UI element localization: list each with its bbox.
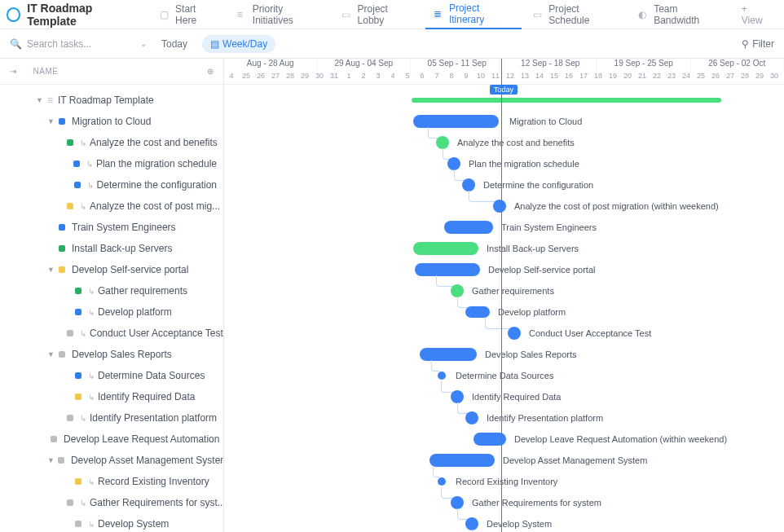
task-label: Identify Presentation platform	[90, 412, 217, 424]
today-button[interactable]: Today	[155, 35, 194, 53]
milestone-dot[interactable]	[447, 157, 460, 170]
gantt-row[interactable]: Gather requirements	[224, 280, 784, 301]
summary-bar[interactable]	[412, 98, 721, 103]
task-bar[interactable]	[413, 242, 478, 255]
task-row[interactable]: ▼Develop Self-service portal	[0, 259, 223, 280]
task-row[interactable]: ↳Record Existing Inventory	[0, 471, 223, 492]
task-row[interactable]: Install Back-up Servers	[0, 238, 223, 259]
day-label: 1	[341, 72, 356, 85]
milestone-dot[interactable]	[465, 517, 478, 530]
tab-schedule[interactable]: ▭Project Schedule	[525, 0, 627, 29]
task-row[interactable]: ↳Gather Requirements for syst...	[0, 492, 223, 513]
task-row[interactable]: ▼Develop Sales Reports	[0, 344, 223, 365]
add-column-icon[interactable]: ⊕	[207, 67, 214, 76]
gantt-row[interactable]: Plan the migration schedule	[224, 153, 784, 174]
gantt-row[interactable]: Develop Self-service portal	[224, 259, 784, 280]
subtask-icon: ↳	[88, 477, 95, 486]
search-input[interactable]: 🔍 Search tasks...	[10, 38, 132, 50]
milestone-dot[interactable]	[465, 411, 478, 424]
task-row[interactable]: Develop Leave Request Automation	[0, 429, 223, 450]
task-bar[interactable]	[415, 263, 480, 276]
gantt-row[interactable]: Analyze the cost of post migration (with…	[224, 196, 784, 217]
task-row[interactable]: ▼Develop Asset Management System	[0, 450, 223, 471]
caret-icon[interactable]: ▼	[47, 117, 55, 125]
task-label: Analyze the cost of post mig...	[90, 200, 220, 212]
gantt-row[interactable]: Determine the configuration	[224, 174, 784, 196]
caret-icon[interactable]: ▼	[36, 96, 44, 104]
task-row[interactable]: ↳Analyze the cost of post mig...	[0, 196, 223, 217]
tab-priority[interactable]: ≡Priority Initiatives	[229, 0, 331, 29]
gantt-row[interactable]: Develop Leave Request Automation (within…	[224, 429, 784, 450]
task-row[interactable]: ↳Develop System	[0, 513, 223, 532]
day-label: 26	[708, 72, 723, 85]
caret-icon[interactable]: ▼	[47, 456, 55, 464]
tab-bandwidth[interactable]: ◐Team Bandwidth	[630, 0, 730, 29]
milestone-dot[interactable]	[438, 477, 446, 486]
task-row[interactable]: ↳Identify Presentation platform	[0, 407, 223, 429]
gantt-row[interactable]: Conduct User Acceptance Test	[224, 323, 784, 344]
gantt-row[interactable]: Develop Sales Reports	[224, 344, 784, 365]
gantt-task-label: Train System Engineers	[501, 222, 597, 232]
subtask-icon: ↳	[87, 181, 94, 190]
gantt-row[interactable]: Record Existing Inventory	[224, 471, 784, 492]
task-row[interactable]: ↳Determine Data Sources	[0, 365, 223, 386]
week-label: 05 Sep - 11 Sep	[411, 59, 504, 72]
subtask-icon: ↳	[80, 202, 86, 211]
gantt-row[interactable]: Develop Asset Management System	[224, 450, 784, 471]
gantt-row[interactable]: Identify Required Data	[224, 386, 784, 407]
task-bar[interactable]	[413, 115, 499, 128]
milestone-dot[interactable]	[436, 136, 449, 149]
gantt-task-label: Develop Sales Reports	[485, 350, 577, 359]
task-bar[interactable]	[465, 306, 490, 318]
weekday-toggle[interactable]: ▤Week/Day	[202, 35, 275, 53]
milestone-dot[interactable]	[438, 372, 446, 380]
tab-itinerary[interactable]: ≣Project Itinerary	[425, 0, 522, 29]
task-bar[interactable]	[444, 221, 493, 234]
task-row[interactable]: ↳Develop platform	[0, 301, 223, 323]
task-bar[interactable]	[429, 454, 495, 467]
task-row[interactable]: ↳Gather requirements	[0, 280, 223, 301]
subtask-icon: ↳	[88, 393, 95, 402]
task-row[interactable]: ↳Analyze the cost and benefits	[0, 132, 223, 153]
task-row[interactable]: ↳Plan the migration schedule	[0, 153, 223, 174]
task-bar[interactable]	[420, 348, 477, 361]
milestone-dot[interactable]	[451, 390, 464, 403]
milestone-dot[interactable]	[508, 327, 521, 340]
task-row[interactable]: ↳Identify Required Data	[0, 386, 223, 407]
day-label: 9	[459, 72, 473, 85]
gantt-row[interactable]: Determine Data Sources	[224, 365, 784, 386]
day-label: 17	[576, 72, 591, 85]
gantt-row[interactable]: Migration to Cloud	[224, 111, 784, 132]
task-row[interactable]: ↳Conduct User Acceptance Test	[0, 323, 223, 344]
indent-icon[interactable]: ⇥	[10, 67, 17, 76]
chevron-down-icon[interactable]: ⌄	[140, 39, 147, 48]
dependency-line	[454, 169, 464, 181]
add-view-button[interactable]: + View	[733, 0, 777, 29]
status-dot	[67, 330, 73, 336]
task-row[interactable]: ↳Determine the configuration	[0, 174, 223, 196]
gantt-row[interactable]: Train System Engineers	[224, 217, 784, 238]
day-label: 20	[620, 72, 635, 85]
gantt-row[interactable]: Gather Requirements for system	[224, 492, 784, 513]
gantt-task-label: Determine Data Sources	[456, 371, 553, 380]
gantt-task-label: Conduct User Acceptance Test	[529, 328, 651, 338]
task-row[interactable]: Train System Engineers	[0, 217, 223, 238]
task-row[interactable]: ▼≡IT Roadmap Template	[0, 90, 223, 111]
milestone-dot[interactable]	[451, 496, 464, 509]
gantt-row[interactable]: Develop System	[224, 513, 784, 532]
milestone-dot[interactable]	[493, 200, 506, 213]
milestone-dot[interactable]	[462, 178, 475, 191]
tab-start-here[interactable]: ▢Start Here	[152, 0, 226, 29]
gantt-row[interactable]: Analyze the cost and benefits	[224, 132, 784, 153]
topbar: IT Roadmap Template ▢Start Here ≡Priorit…	[0, 0, 784, 29]
milestone-dot[interactable]	[451, 284, 464, 297]
gantt-task-label: Gather requirements	[472, 286, 554, 296]
gantt-row[interactable]: Identify Presentation platform	[224, 407, 784, 429]
caret-icon[interactable]: ▼	[47, 266, 55, 274]
tab-lobby[interactable]: ▭Project Lobby	[333, 0, 421, 29]
caret-icon[interactable]: ▼	[47, 350, 55, 358]
gantt-row[interactable]: Install Back-up Servers	[224, 238, 784, 259]
gantt-body[interactable]: Migration to CloudAnalyze the cost and b…	[224, 85, 784, 532]
task-row[interactable]: ▼Migration to Cloud	[0, 111, 223, 132]
filter-button[interactable]: ⚲Filter	[742, 38, 774, 50]
